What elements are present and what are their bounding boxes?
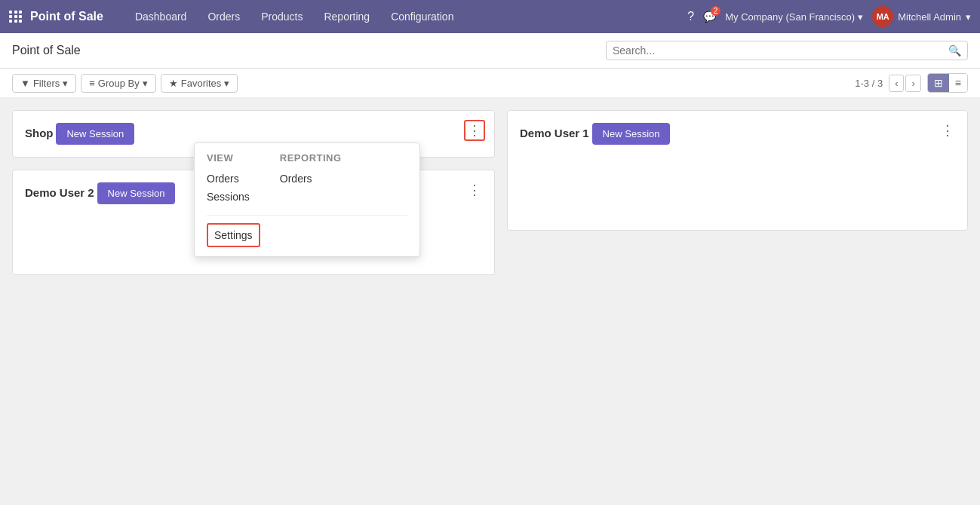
- grid-view-button[interactable]: ⊞: [928, 74, 949, 92]
- filterbar-left: ▼ Filters ▾ ≡ Group By ▾ ★ Favorites ▾: [12, 74, 238, 93]
- demo-user2-title: Demo User 2: [25, 186, 94, 199]
- user-menu[interactable]: MA Mitchell Admin ▾: [872, 6, 971, 27]
- filterbar-right: 1-3 / 3 ‹ › ⊞ ≡: [855, 73, 968, 93]
- shop-card-menu-button[interactable]: ⋮: [464, 120, 485, 141]
- dropdown-settings-item[interactable]: Settings: [207, 223, 260, 247]
- nav-products[interactable]: Products: [252, 6, 312, 27]
- nav-orders[interactable]: Orders: [198, 6, 249, 27]
- filters-chevron: ▾: [63, 78, 68, 89]
- left-column: Shop ⋮ New Session View Orders Sessions …: [12, 110, 495, 275]
- company-chevron-icon: ▾: [858, 11, 863, 23]
- message-badge: 2: [711, 6, 721, 16]
- dropdown-reporting-header: Reporting: [280, 152, 342, 164]
- shop-card-title: Shop: [25, 127, 54, 139]
- apps-grid-icon[interactable]: [9, 11, 23, 23]
- user-avatar: MA: [872, 6, 893, 27]
- subheader: Point of Sale 🔍: [0, 33, 980, 69]
- star-icon: ★: [169, 78, 178, 89]
- subheader-right: 🔍: [606, 41, 968, 60]
- demo-user1-new-session-button[interactable]: New Session: [592, 123, 671, 145]
- main-content: Shop ⋮ New Session View Orders Sessions …: [0, 98, 980, 287]
- app-name: Point of Sale: [30, 10, 103, 23]
- messages-icon[interactable]: 💬2: [703, 11, 716, 23]
- dropdown-settings-section: Settings: [207, 215, 407, 247]
- topnav-right: ? 💬2 My Company (San Francisco) ▾ MA Mit…: [687, 6, 971, 27]
- filters-button[interactable]: ▼ Filters ▾: [12, 74, 76, 93]
- demo-user2-new-session-button[interactable]: New Session: [97, 182, 176, 204]
- favorites-chevron: ▾: [224, 78, 229, 89]
- next-page-button[interactable]: ›: [905, 75, 920, 92]
- nav-configuration[interactable]: Configuration: [382, 6, 462, 27]
- app-root: Point of Sale Dashboard Orders Products …: [0, 0, 980, 287]
- group-by-button[interactable]: ≡ Group By ▾: [81, 74, 156, 93]
- shop-dropdown-menu: View Orders Sessions Reporting Orders Se…: [194, 142, 420, 257]
- search-bar: 🔍: [606, 41, 968, 60]
- user-chevron-icon: ▾: [966, 11, 971, 23]
- shop-card: Shop ⋮ New Session View Orders Sessions …: [12, 110, 495, 158]
- groupby-chevron: ▾: [143, 78, 148, 89]
- search-input[interactable]: [613, 44, 948, 57]
- dropdown-columns: View Orders Sessions Reporting Orders: [207, 152, 407, 206]
- shop-new-session-button[interactable]: New Session: [56, 123, 134, 145]
- demo-user1-title: Demo User 1: [520, 127, 589, 139]
- dropdown-view-col: View Orders Sessions: [207, 152, 250, 206]
- demo-user1-card: Demo User 1 ⋮ New Session: [507, 110, 968, 231]
- user-name: Mitchell Admin: [898, 11, 961, 23]
- view-toggle: ⊞ ≡: [927, 73, 968, 93]
- nav-reporting[interactable]: Reporting: [315, 6, 379, 27]
- dropdown-orders-item[interactable]: Orders: [207, 170, 250, 188]
- search-icon[interactable]: 🔍: [948, 44, 961, 57]
- help-icon[interactable]: ?: [687, 10, 694, 23]
- dropdown-view-header: View: [207, 152, 250, 164]
- prev-page-button[interactable]: ‹: [889, 75, 904, 92]
- group-by-label: Group By: [98, 78, 140, 89]
- nav-menu: Dashboard Orders Products Reporting Conf…: [126, 6, 687, 27]
- nav-dashboard[interactable]: Dashboard: [126, 6, 196, 27]
- demo-user1-menu-button[interactable]: ⋮: [937, 120, 958, 141]
- company-name: My Company (San Francisco): [725, 11, 855, 23]
- favorites-label: Favorites: [181, 78, 221, 89]
- page-title: Point of Sale: [12, 44, 81, 57]
- favorites-button[interactable]: ★ Favorites ▾: [161, 74, 238, 93]
- dropdown-sessions-item[interactable]: Sessions: [207, 188, 250, 206]
- demo-user2-menu-button[interactable]: ⋮: [464, 179, 485, 200]
- company-selector[interactable]: My Company (San Francisco) ▾: [725, 11, 863, 23]
- filters-label: Filters: [33, 78, 60, 89]
- dropdown-reporting-col: Reporting Orders: [280, 152, 342, 206]
- pagination-info: 1-3 / 3: [855, 78, 883, 89]
- topnav: Point of Sale Dashboard Orders Products …: [0, 0, 980, 33]
- filterbar: ▼ Filters ▾ ≡ Group By ▾ ★ Favorites ▾ 1…: [0, 69, 980, 98]
- list-view-button[interactable]: ≡: [949, 74, 967, 92]
- pagination-nav: ‹ ›: [889, 75, 921, 92]
- dropdown-reporting-orders-item[interactable]: Orders: [280, 170, 342, 188]
- filter-icon: ▼: [20, 78, 30, 89]
- groupby-icon: ≡: [89, 78, 95, 89]
